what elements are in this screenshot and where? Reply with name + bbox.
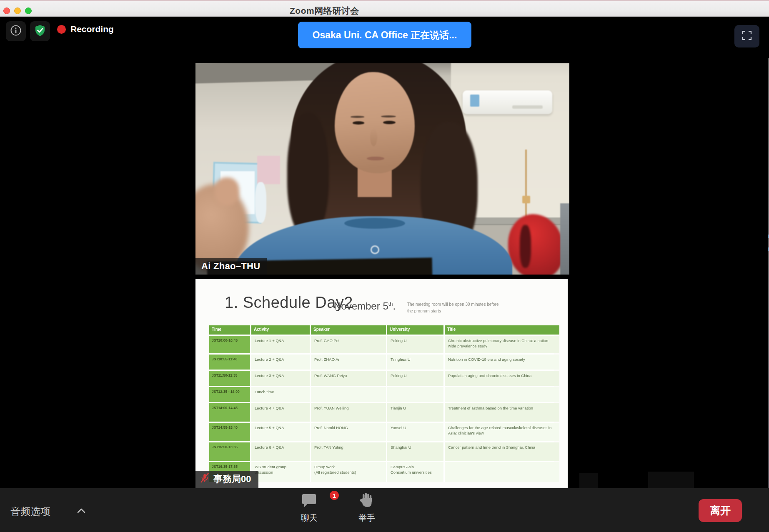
chat-label: 聊天	[301, 512, 318, 524]
shared-slide: 1. Schedule Day2 November 5th. The meeti…	[195, 279, 568, 488]
table-cell-activity: Lecture 1 + Q&A	[251, 336, 310, 353]
close-window-button[interactable]	[3, 7, 10, 14]
security-shield-icon	[34, 24, 46, 38]
meeting-control-bar: 音频选项 1 聊天 举手 离开	[0, 488, 769, 532]
jacket-fold-shape	[520, 225, 531, 268]
ac-sticker-shape	[470, 95, 479, 106]
minimize-window-button[interactable]	[14, 7, 21, 14]
table-cell-university: Yonsei U	[387, 423, 443, 441]
recording-label: Recording	[70, 24, 114, 34]
ac-vent-shape	[512, 105, 543, 109]
white-object-shape	[255, 182, 266, 223]
table-cell-university: Shanghai U	[387, 442, 443, 461]
sharer-name-text: 事務局00	[213, 473, 251, 485]
table-cell-speaker: Prof. Namki HONG	[311, 423, 386, 441]
table-cell-title: Chronic obstructive pulmonary disease in…	[445, 336, 559, 353]
right-eye-shape	[383, 121, 395, 124]
security-button[interactable]	[30, 21, 50, 41]
video-feed-art	[195, 63, 569, 275]
table-cell-university: Peking U	[387, 336, 443, 353]
table-cell-activity: Lecture 4 + Q&A	[251, 403, 310, 422]
slide-note: The meeting room will be open 30 minutes…	[407, 301, 520, 314]
table-cell-university: Campus Asia Consortium universities	[387, 462, 443, 482]
table-cell-title: Treatment of asthma based on the time va…	[445, 403, 559, 422]
screen-share-tile: 1. Schedule Day2 November 5th. The meeti…	[195, 279, 568, 488]
leave-meeting-button[interactable]: 离开	[699, 499, 742, 522]
info-icon	[10, 24, 22, 38]
nose-shape	[370, 128, 377, 146]
table-cell-title	[445, 462, 559, 482]
raise-hand-button[interactable]: 举手	[342, 492, 392, 524]
table-cell-speaker: Prof. GAO Pei	[311, 336, 386, 353]
raise-hand-label: 举手	[358, 512, 375, 524]
table-header-cell: Title	[445, 325, 559, 335]
table-cell-activity: Lecture 5 + Q&A	[251, 423, 310, 441]
table-cell-activity: Lecture 2 + Q&A	[251, 355, 310, 370]
table-cell-activity: WS student group discussion	[251, 462, 310, 482]
fullscreen-button[interactable]	[734, 25, 759, 47]
table-cell-university: Peking U	[387, 371, 443, 386]
sharer-name-label: 事務局00	[195, 471, 258, 488]
table-cell-speaker: Prof. ZHAO Ai	[311, 355, 386, 370]
table-cell-activity: Lunch time	[251, 387, 310, 402]
chat-icon: 1	[301, 492, 318, 510]
table-header-cell: Time	[209, 325, 250, 335]
table-cell-time: JST10:00-10:45	[209, 336, 250, 353]
fullscreen-icon	[741, 30, 752, 42]
raise-hand-icon	[358, 492, 375, 510]
table-cell-title	[445, 387, 559, 402]
mic-off-icon	[200, 472, 210, 486]
table-cell-time: JST11:50-12:35	[209, 371, 250, 386]
table-cell-title: Nutrition in COVID-19 era and aging soci…	[445, 355, 559, 370]
slide-date-suffix: th	[388, 301, 393, 307]
table-header-cell: University	[387, 325, 443, 335]
zipper-ring-shape	[371, 245, 379, 254]
table-cell-speaker: Prof. YUAN Weiling	[311, 403, 386, 422]
background-silhouette	[648, 472, 694, 488]
table-cell-title: Challenges for the age-related musculosk…	[445, 423, 559, 441]
right-eyebrow-shape	[381, 115, 396, 117]
table-cell-time: JST15:50-16:35	[209, 442, 250, 461]
pink-poster-shape	[257, 156, 280, 184]
audio-options-button[interactable]: 音频选项	[10, 505, 50, 518]
table-cell-activity: Lecture 6 + Q&A	[251, 442, 310, 461]
table-cell-speaker: Prof. WANG Peiyu	[311, 371, 386, 386]
meeting-info-button[interactable]	[6, 21, 26, 41]
zoom-window-button[interactable]	[25, 7, 32, 14]
active-speaker-text: Osaka Uni. CA Office 正在说话...	[313, 29, 457, 42]
active-speaker-banner: Osaka Uni. CA Office 正在说话...	[298, 22, 471, 48]
background-silhouette	[579, 473, 598, 488]
table-cell-time: JST10:55-11:40	[209, 355, 250, 370]
audio-options-chevron-icon[interactable]	[76, 507, 86, 516]
macos-titlebar: Zoom网络研讨会	[0, 1, 769, 17]
zoom-webinar-window: Zoom网络研讨会 Recording Osaka Uni. CA Office…	[0, 0, 769, 532]
table-cell-title: Population aging and chronic diseases in…	[445, 371, 559, 386]
schedule-table: Time Activity Speaker University Title J…	[209, 325, 554, 482]
table-cell-speaker: Prof. TAN Yuting	[311, 442, 386, 461]
cable-junction-shape	[522, 196, 530, 203]
participant-video-tile[interactable]: Ai Zhao–THU	[195, 63, 569, 275]
left-eyebrow-shape	[351, 116, 364, 118]
table-cell-time: JST12:35 - 14:00	[209, 387, 250, 402]
recording-indicator: Recording	[57, 24, 114, 34]
recording-dot-icon	[57, 25, 66, 34]
table-cell-activity: Lecture 3 + Q&A	[251, 371, 310, 386]
table-cell-university	[387, 387, 443, 402]
table-cell-speaker: Group work (All registered students)	[311, 462, 386, 482]
table-cell-university: Tsinghua U	[387, 355, 443, 370]
slide-date-period: .	[393, 300, 396, 312]
left-eye-shape	[353, 121, 364, 125]
chat-button[interactable]: 1 聊天	[284, 492, 334, 524]
chat-unread-badge: 1	[329, 490, 340, 501]
window-title: Zoom网络研讨会	[290, 5, 359, 17]
slide-date: November 5th.	[334, 300, 396, 312]
finger-shape	[215, 177, 239, 205]
table-cell-speaker	[311, 387, 386, 402]
table-cell-time: JST14:00-14:45	[209, 403, 250, 422]
gray-cabinet-shape	[560, 203, 569, 275]
slide-date-text: November 5	[334, 300, 388, 312]
table-header-cell: Speaker	[311, 325, 386, 335]
participant-name-label: Ai Zhao–THU	[195, 258, 267, 275]
table-header-cell: Activity	[251, 325, 310, 335]
table-cell-title: Cancer pattern and time trend in Shangha…	[445, 442, 559, 461]
